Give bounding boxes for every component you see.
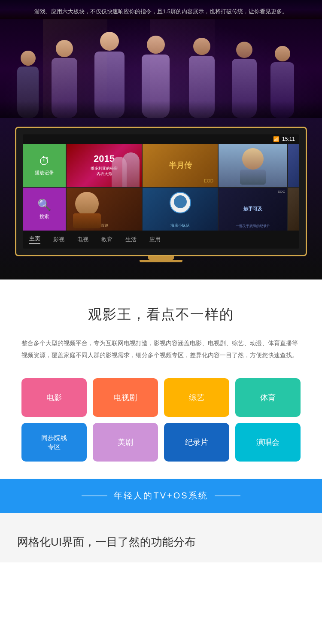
tv-nav-life[interactable]: 生活	[125, 236, 137, 243]
tv-cell-partial-1: 三	[288, 144, 299, 187]
tv-section: 📶 15:11 ⏱ 播放记录 2015 维多利亚的秘密内	[0, 118, 322, 279]
category-sports[interactable]: 体育	[235, 378, 301, 417]
tv-cell-playback: ⏱ 播放记录	[23, 144, 66, 187]
tv-nav-movies[interactable]: 影视	[53, 236, 64, 243]
tv-nav-home[interactable]: 主页	[29, 235, 40, 244]
tvos-line-right	[215, 495, 240, 496]
tv-nav-apps[interactable]: 应用	[149, 236, 161, 243]
grid-ui-title: 网格化UI界面，一目了然的功能分布	[17, 535, 305, 550]
tv-nav-education[interactable]: 教育	[101, 236, 112, 243]
tv-stand	[148, 256, 174, 260]
tv-navbar: 主页 影视 电视 教育 生活 应用	[23, 231, 299, 249]
category-us-drama[interactable]: 美剧	[93, 423, 158, 462]
grid-ui-section: 网格化UI界面，一目了然的功能分布	[0, 513, 322, 562]
tv-screen: 📶 15:11 ⏱ 播放记录 2015 维多利亚的秘密内	[23, 134, 299, 249]
guanying-description: 整合多个大型的视频平台，专为互联网电视打造，影视内容涵盖电影、电视剧、综艺、动漫…	[21, 337, 301, 361]
tv-cell-search: 🔍 搜索	[23, 188, 66, 231]
guanying-section: 观影王，看点不一样的 整合多个大型的视频平台，专为互联网电视打造，影视内容涵盖电…	[0, 279, 322, 479]
tv-cell-haiting: 海底小纵队	[143, 188, 218, 231]
wifi-icon: 📶	[273, 136, 279, 142]
category-tv-drama[interactable]: 电视剧	[93, 378, 158, 417]
tvos-section: 年轻人的TV+OS系统	[0, 479, 322, 513]
tv-cell-actor	[219, 144, 287, 187]
tv-statusbar: 📶 15:11	[23, 134, 299, 144]
category-documentary[interactable]: 纪录片	[164, 423, 229, 462]
category-variety[interactable]: 综艺	[164, 378, 229, 417]
tv-frame: 📶 15:11 ⏱ 播放记录 2015 维多利亚的秘密内	[15, 127, 307, 256]
tv-cell-xiyou: 西遊	[67, 188, 142, 231]
tv-base	[140, 260, 182, 262]
tv-nav-tv[interactable]: 电视	[77, 236, 88, 243]
tv-cell-victoria: 2015 维多利亚的秘密内衣大秀	[67, 144, 142, 187]
category-grid-row1: 电影 电视剧 综艺 体育	[21, 378, 301, 417]
tv-time: 15:11	[282, 136, 295, 142]
guanying-title: 观影王，看点不一样的	[21, 305, 301, 324]
tv-cell-touch: EOC 触手可及 一部关于残障的纪录片	[219, 188, 287, 231]
tv-content-grid: ⏱ 播放记录 2015 维多利亚的秘密内衣大秀	[23, 144, 299, 231]
category-movie[interactable]: 电影	[21, 378, 87, 417]
hero-description: 游戏、应用六大板块，不仅仅快速响应你的指令，且1.5屏的内容展示，也将打破传统，…	[17, 6, 305, 17]
category-concert[interactable]: 演唱会	[235, 423, 301, 462]
performers-banner	[0, 19, 322, 118]
category-sync[interactable]: 同步院线 专区	[21, 423, 87, 462]
category-grid-row2: 同步院线 专区 美剧 纪录片 演唱会	[21, 423, 301, 462]
tvos-line-left	[82, 495, 107, 496]
tv-cell-drama: 半月传 EOD	[143, 144, 218, 187]
tvos-title: 年轻人的TV+OS系统	[114, 490, 208, 501]
tv-cell-partial-2	[288, 188, 299, 231]
hero-description-container: 游戏、应用六大板块，不仅仅快速响应你的指令，且1.5屏的内容展示，也将打破传统，…	[0, 0, 322, 19]
